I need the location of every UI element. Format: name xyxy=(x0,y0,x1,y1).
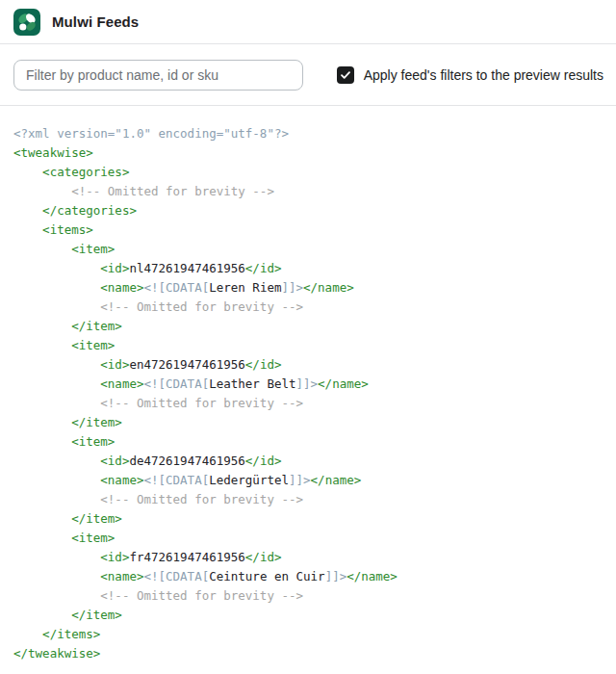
code-line: </tweakwise> xyxy=(13,644,603,663)
code-line: <items> xyxy=(13,220,603,240)
code-line: <!-- Omitted for brevity --> xyxy=(13,490,603,509)
code-line: <tweakwise> xyxy=(13,143,603,163)
apply-filters-label: Apply feed's filters to the preview resu… xyxy=(364,67,603,83)
code-line: <!-- Omitted for brevity --> xyxy=(13,298,603,317)
code-line: <name><![CDATA[Ceinture en Cuir]]></name… xyxy=(13,567,603,586)
code-line: <?xml version="1.0" encoding="utf-8"?> xyxy=(13,124,603,143)
code-line: </item> xyxy=(13,317,603,336)
code-line: <item> xyxy=(13,432,603,452)
code-line: <name><![CDATA[Leather Belt]]></name> xyxy=(13,375,603,394)
code-line: <!-- Omitted for brevity --> xyxy=(13,586,603,606)
code-line: <id>fr47261947461956</id> xyxy=(13,548,603,567)
code-line: </items> xyxy=(13,625,603,644)
code-line: <id>nl47261947461956</id> xyxy=(13,259,603,278)
checkbox-checked-icon[interactable] xyxy=(337,66,354,84)
mulwi-logo-icon xyxy=(13,9,40,36)
xml-preview: <?xml version="1.0" encoding="utf-8"?><t… xyxy=(0,106,616,674)
code-line: </item> xyxy=(13,413,603,432)
code-line: <id>de47261947461956</id> xyxy=(13,452,603,471)
code-line: <item> xyxy=(13,240,603,259)
apply-filters-checkbox-field[interactable]: Apply feed's filters to the preview resu… xyxy=(337,66,603,84)
app-title: Mulwi Feeds xyxy=(52,13,139,30)
code-line: <item> xyxy=(13,336,603,355)
code-line: </item> xyxy=(13,509,603,529)
code-line: <item> xyxy=(13,529,603,548)
code-line: <id>en47261947461956</id> xyxy=(13,355,603,375)
code-line: <name><![CDATA[Leren Riem]]></name> xyxy=(13,278,603,298)
code-line: </categories> xyxy=(13,201,603,220)
app-header: Mulwi Feeds xyxy=(0,0,616,44)
app-root: Mulwi Feeds Apply feed's filters to the … xyxy=(0,0,616,674)
code-line: <categories> xyxy=(13,163,603,182)
filter-bar: Apply feed's filters to the preview resu… xyxy=(0,44,616,106)
code-line: <!-- Omitted for brevity --> xyxy=(13,182,603,201)
code-line: <name><![CDATA[Ledergürtel]]></name> xyxy=(13,471,603,490)
product-filter-input[interactable] xyxy=(13,60,303,91)
code-line: </item> xyxy=(13,606,603,625)
code-line: <!-- Omitted for brevity --> xyxy=(13,394,603,413)
